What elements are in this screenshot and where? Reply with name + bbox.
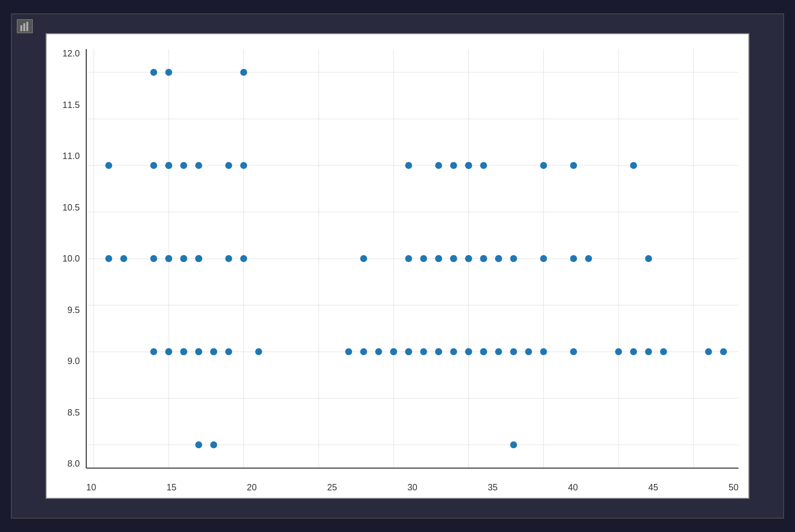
data-point bbox=[225, 255, 232, 262]
y-label-85: 8.5 bbox=[67, 408, 80, 417]
data-point bbox=[465, 255, 472, 262]
svg-rect-2 bbox=[26, 22, 28, 31]
data-point bbox=[510, 255, 517, 262]
x-label-35: 35 bbox=[488, 482, 498, 493]
data-point bbox=[465, 162, 472, 169]
y-axis-labels: 12.0 11.5 11.0 10.5 10.0 9.5 9.0 8.5 8.0 bbox=[47, 49, 84, 468]
data-point bbox=[540, 255, 547, 262]
data-point bbox=[390, 348, 397, 355]
data-point bbox=[180, 162, 187, 169]
data-point bbox=[405, 348, 412, 355]
data-point bbox=[255, 348, 262, 355]
data-point bbox=[360, 255, 367, 262]
data-point bbox=[450, 348, 457, 355]
y-label-8: 8.0 bbox=[67, 459, 80, 468]
chart-area bbox=[86, 49, 738, 468]
data-point bbox=[195, 348, 202, 355]
toolbar bbox=[17, 19, 33, 33]
data-point bbox=[150, 255, 157, 262]
svg-rect-1 bbox=[23, 23, 25, 31]
x-label-10: 10 bbox=[86, 482, 96, 493]
x-label-40: 40 bbox=[568, 482, 578, 493]
data-point bbox=[105, 255, 112, 262]
data-point bbox=[405, 255, 412, 262]
data-point bbox=[240, 162, 247, 169]
svg-rect-0 bbox=[20, 25, 22, 31]
data-point bbox=[120, 255, 127, 262]
bar-chart-icon[interactable] bbox=[17, 19, 33, 33]
data-point bbox=[660, 348, 667, 355]
data-point bbox=[105, 162, 112, 169]
x-label-15: 15 bbox=[167, 482, 176, 493]
data-point bbox=[450, 162, 457, 169]
data-point bbox=[630, 162, 637, 169]
data-point bbox=[165, 162, 172, 169]
data-point bbox=[540, 162, 547, 169]
data-point bbox=[510, 441, 517, 448]
data-point bbox=[345, 348, 352, 355]
data-point bbox=[165, 348, 172, 355]
data-point bbox=[510, 348, 517, 355]
data-point bbox=[150, 162, 157, 169]
data-point bbox=[630, 348, 637, 355]
data-point bbox=[195, 162, 202, 169]
data-point bbox=[645, 348, 652, 355]
y-label-115: 11.5 bbox=[62, 101, 80, 109]
data-point bbox=[165, 255, 172, 262]
x-axis-labels: 10 15 20 25 30 35 40 45 50 bbox=[86, 482, 738, 493]
y-label-10: 10.0 bbox=[62, 254, 80, 263]
data-point bbox=[195, 441, 202, 448]
data-point bbox=[495, 348, 502, 355]
data-point bbox=[435, 255, 442, 262]
chart-container: 12.0 11.5 11.0 10.5 10.0 9.5 9.0 8.5 8.0… bbox=[46, 33, 749, 499]
data-point bbox=[405, 162, 412, 169]
data-point bbox=[180, 255, 187, 262]
data-point bbox=[570, 255, 577, 262]
x-label-50: 50 bbox=[729, 482, 738, 493]
scatter-plot-svg bbox=[86, 49, 738, 468]
data-point bbox=[705, 348, 712, 355]
data-point bbox=[645, 255, 652, 262]
data-point bbox=[195, 255, 202, 262]
data-point bbox=[225, 348, 232, 355]
data-point bbox=[495, 255, 502, 262]
data-point bbox=[570, 162, 577, 169]
data-point bbox=[210, 441, 217, 448]
y-label-95: 9.5 bbox=[67, 306, 80, 315]
y-label-9: 9.0 bbox=[67, 357, 80, 366]
x-label-25: 25 bbox=[327, 482, 337, 493]
data-point bbox=[540, 348, 547, 355]
y-label-105: 10.5 bbox=[62, 203, 80, 212]
data-point bbox=[180, 348, 187, 355]
data-point bbox=[435, 162, 442, 169]
data-point bbox=[150, 69, 157, 76]
data-point bbox=[585, 255, 592, 262]
y-label-12: 12.0 bbox=[62, 49, 80, 58]
data-point bbox=[150, 348, 157, 355]
data-point bbox=[225, 162, 232, 169]
data-point bbox=[435, 348, 442, 355]
data-point bbox=[465, 348, 472, 355]
data-point bbox=[420, 255, 427, 262]
data-point bbox=[210, 348, 217, 355]
data-point bbox=[480, 255, 487, 262]
x-label-45: 45 bbox=[648, 482, 658, 493]
data-point bbox=[480, 348, 487, 355]
data-point bbox=[615, 348, 622, 355]
x-label-30: 30 bbox=[407, 482, 417, 493]
data-point bbox=[360, 348, 367, 355]
data-point bbox=[450, 255, 457, 262]
y-label-11: 11.0 bbox=[62, 152, 80, 160]
data-point bbox=[165, 69, 172, 76]
data-point bbox=[570, 348, 577, 355]
data-point bbox=[480, 162, 487, 169]
data-point bbox=[240, 255, 247, 262]
app-container: 12.0 11.5 11.0 10.5 10.0 9.5 9.0 8.5 8.0… bbox=[11, 13, 784, 519]
data-point bbox=[720, 348, 727, 355]
data-point bbox=[240, 69, 247, 76]
data-point bbox=[420, 348, 427, 355]
x-label-20: 20 bbox=[247, 482, 257, 493]
data-point bbox=[375, 348, 382, 355]
data-point bbox=[525, 348, 532, 355]
